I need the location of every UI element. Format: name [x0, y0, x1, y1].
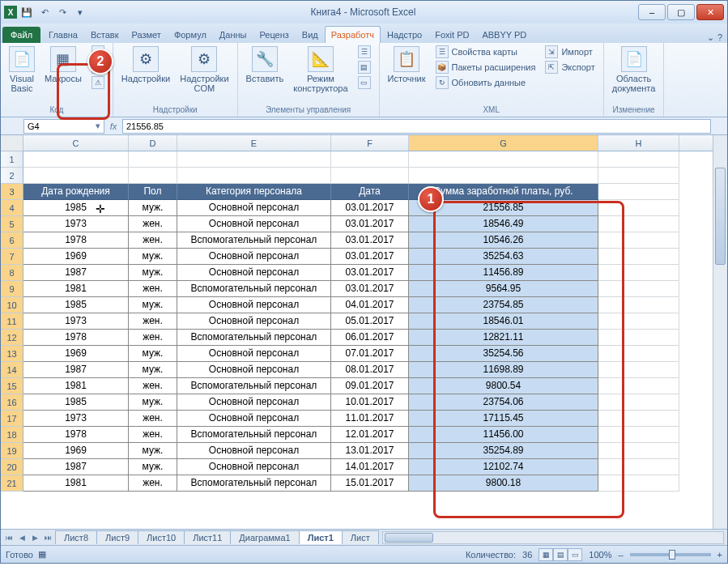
table-header-cell[interactable]: Дата рождения	[23, 184, 129, 200]
cell[interactable]: жен.	[129, 475, 177, 492]
column-header-E[interactable]: E	[177, 135, 331, 151]
cell[interactable]: Основной персонал	[177, 200, 331, 216]
row-header-21[interactable]: 21	[1, 475, 23, 492]
cell[interactable]	[23, 168, 129, 184]
com-addins-button[interactable]: ⚙ Надстройки COM	[177, 45, 232, 95]
row-header-8[interactable]: 8	[1, 265, 23, 281]
horizontal-scroll-thumb[interactable]	[385, 533, 433, 543]
cell[interactable]: 15.01.2017	[331, 475, 409, 492]
cell[interactable]: жен.	[129, 313, 177, 330]
cell[interactable]: 11.01.2017	[331, 411, 409, 427]
cell[interactable]: Основной персонал	[177, 443, 331, 459]
expansion-packs-button[interactable]: 📦Пакеты расширения	[432, 60, 539, 75]
close-button[interactable]: ✕	[696, 4, 724, 20]
tab-надстро[interactable]: Надстро	[381, 26, 428, 43]
cell[interactable]: 1985	[23, 200, 129, 216]
cell[interactable]	[177, 151, 331, 168]
cell[interactable]: муж.	[129, 249, 177, 265]
cell[interactable]: 03.01.2017	[331, 249, 409, 265]
row-header-15[interactable]: 15	[1, 378, 23, 394]
row-header-16[interactable]: 16	[1, 394, 23, 411]
row-header-3[interactable]: 3	[1, 184, 23, 200]
sheet-nav-prev[interactable]: ◀	[15, 531, 28, 544]
vertical-scroll-thumb[interactable]	[715, 168, 726, 265]
zoom-level[interactable]: 100%	[589, 550, 611, 560]
cell[interactable]: жен.	[129, 378, 177, 394]
cell[interactable]	[598, 184, 679, 200]
cell[interactable]: 05.01.2017	[331, 313, 409, 330]
cell[interactable]	[598, 265, 679, 281]
cell[interactable]	[598, 232, 679, 249]
cell[interactable]: 07.01.2017	[331, 346, 409, 362]
cell[interactable]: 35254.89	[409, 443, 598, 459]
cell[interactable]	[331, 151, 409, 168]
cell[interactable]: муж.	[129, 265, 177, 281]
cell[interactable]: 1969	[23, 249, 129, 265]
cell[interactable]: 06.01.2017	[331, 330, 409, 346]
ribbon-minimize-icon[interactable]: ⌄	[707, 32, 714, 43]
tab-разработч[interactable]: Разработч	[325, 26, 381, 43]
cell[interactable]: 9800.54	[409, 378, 598, 394]
cell[interactable]: Основной персонал	[177, 346, 331, 362]
cell[interactable]: 1987	[23, 459, 129, 475]
document-panel-button[interactable]: 📄 Область документа	[609, 45, 659, 95]
horizontal-scrollbar[interactable]	[382, 531, 724, 544]
cell[interactable]: жен.	[129, 232, 177, 249]
cell[interactable]: 1969	[23, 346, 129, 362]
cell[interactable]: Вспомогательный персонал	[177, 281, 331, 297]
cell[interactable]: жен.	[129, 427, 177, 443]
tab-foxit pd[interactable]: Foxit PD	[428, 26, 475, 43]
cell[interactable]: 10546.26	[409, 232, 598, 249]
cell[interactable]: 9800.18	[409, 475, 598, 492]
sheet-nav-last[interactable]: ⏭	[41, 531, 54, 544]
minimize-button[interactable]: –	[638, 4, 666, 20]
sheet-tab-Лист10[interactable]: Лист10	[138, 530, 185, 544]
cell[interactable]: 1985	[23, 297, 129, 313]
cell[interactable]: 1969	[23, 443, 129, 459]
cell[interactable]	[598, 427, 679, 443]
cell[interactable]	[598, 346, 679, 362]
cell[interactable]	[409, 151, 598, 168]
tab-вид[interactable]: Вид	[296, 26, 325, 43]
cell[interactable]: 1987	[23, 265, 129, 281]
row-header-9[interactable]: 9	[1, 281, 23, 297]
view-layout-button[interactable]: ▤	[553, 548, 568, 561]
cell[interactable]: 17115.45	[409, 411, 598, 427]
insert-control-button[interactable]: 🔧 Вставить	[243, 45, 287, 85]
cell[interactable]: 1978	[23, 427, 129, 443]
column-header-F[interactable]: F	[331, 135, 409, 151]
design-mode-button[interactable]: 📐 Режим конструктора	[290, 45, 351, 95]
macro-security-button[interactable]: ⚠	[88, 75, 108, 90]
cell[interactable]: 12.01.2017	[331, 427, 409, 443]
cell[interactable]: Основной персонал	[177, 313, 331, 330]
cell[interactable]: 35254.63	[409, 249, 598, 265]
cell[interactable]: 9564.95	[409, 281, 598, 297]
cell[interactable]: 1987	[23, 362, 129, 378]
cell[interactable]	[598, 249, 679, 265]
cell[interactable]	[598, 168, 679, 184]
addins-button[interactable]: ⚙ Надстройки	[118, 45, 173, 85]
cell[interactable]: Основной персонал	[177, 216, 331, 232]
cell[interactable]: 04.01.2017	[331, 297, 409, 313]
sheet-nav-first[interactable]: ⏮	[2, 531, 15, 544]
tab-главна[interactable]: Главна	[42, 26, 84, 43]
cell[interactable]: муж.	[129, 459, 177, 475]
xml-source-button[interactable]: 📋 Источник	[385, 45, 429, 85]
column-header-G[interactable]: G	[409, 135, 598, 151]
cell[interactable]: Вспомогательный персонал	[177, 475, 331, 492]
cell[interactable]: Основной персонал	[177, 459, 331, 475]
cell[interactable]: муж.	[129, 346, 177, 362]
cell[interactable]	[598, 313, 679, 330]
cell[interactable]: 23754.06	[409, 394, 598, 411]
cell[interactable]: Основной персонал	[177, 394, 331, 411]
row-header-18[interactable]: 18	[1, 427, 23, 443]
cell[interactable]	[598, 151, 679, 168]
view-pagebreak-button[interactable]: ▭	[568, 548, 582, 561]
cell[interactable]: 12821.11	[409, 330, 598, 346]
cell[interactable]: Вспомогательный персонал	[177, 232, 331, 249]
cell[interactable]: 03.01.2017	[331, 200, 409, 216]
cell[interactable]: Основной персонал	[177, 265, 331, 281]
view-normal-button[interactable]: ▦	[539, 548, 553, 561]
cell[interactable]: 1978	[23, 330, 129, 346]
cell[interactable]	[598, 475, 679, 492]
